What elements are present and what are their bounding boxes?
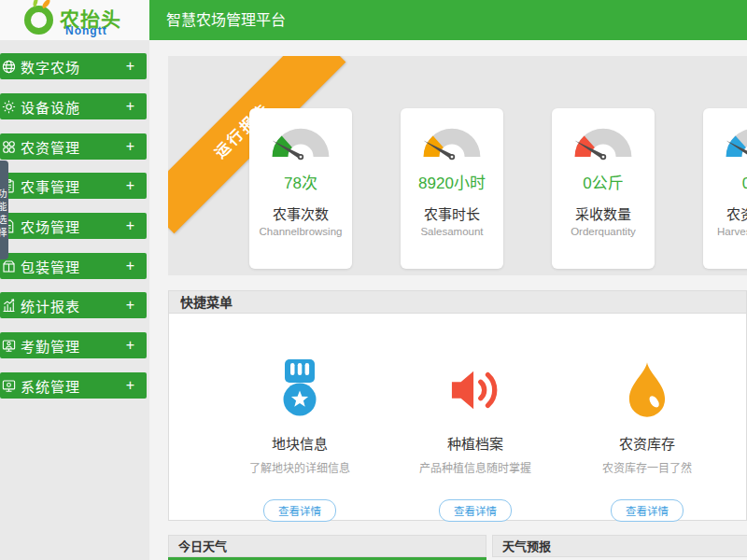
view-details-button[interactable]: 查看详情 xyxy=(263,499,336,522)
expand-plus-icon: + xyxy=(126,58,134,75)
globe-icon xyxy=(1,59,17,75)
quick-item-description: 了解地块的详细信息 xyxy=(225,459,374,475)
logo[interactable]: 农抬头 Nongtt xyxy=(0,0,149,40)
gauge-card-harvest-quantity: 0公斤 采收数量 Orderquantity xyxy=(552,108,655,269)
weather-forecast-panel: 天气预报 xyxy=(492,535,747,557)
gauge-sublabel: Channelbrowsing xyxy=(249,226,352,237)
expand-plus-icon: + xyxy=(126,258,134,274)
sidebar-item-agri-materials[interactable]: 农资管理 + xyxy=(0,133,147,160)
quick-menu-title: 快捷菜单 xyxy=(169,291,746,314)
today-weather-panel: 今日天气 xyxy=(168,535,486,560)
gauge-value: 0公斤 xyxy=(552,170,655,193)
expand-plus-icon: + xyxy=(126,217,134,234)
sidebar-item-label: 包装管理 xyxy=(21,257,80,276)
expand-plus-icon: + xyxy=(126,177,134,194)
sidebar-item-packaging[interactable]: 包装管理 + xyxy=(0,253,147,279)
view-details-button[interactable]: 查看详情 xyxy=(611,499,684,522)
expand-plus-icon: + xyxy=(126,297,134,314)
gauge-chart xyxy=(566,119,641,161)
app-title: 智慧农场管理平台 xyxy=(166,0,286,40)
quick-item-title: 地块信息 xyxy=(225,433,374,453)
quick-item-plot-info: 地块信息 了解地块的详细信息 查看详情 xyxy=(225,314,374,521)
gauge-chart xyxy=(263,119,338,161)
expand-plus-icon: + xyxy=(126,138,134,155)
gauge-chart xyxy=(717,119,747,161)
quick-item-description: 农资库存一目了然 xyxy=(572,459,722,475)
gauge-label: 农事时长 xyxy=(401,203,503,223)
gauge-label: 农资入库 xyxy=(703,203,747,223)
sidebar-item-farm[interactable]: 农场管理 + xyxy=(0,213,147,239)
quick-item-title: 种植档案 xyxy=(401,433,550,453)
expand-plus-icon: + xyxy=(126,337,134,354)
sidebar-item-attendance[interactable]: 考勤管理 + xyxy=(0,332,147,358)
today-weather-title: 今日天气 xyxy=(168,535,486,557)
sidebar-item-label: 系统管理 xyxy=(21,376,80,396)
gauge-card-farming-hours: 8920小时 农事时长 Salesamount xyxy=(401,108,503,269)
gauge-sublabel: Harvestquantity xyxy=(703,226,747,237)
gauge-sublabel: Orderquantity xyxy=(552,226,655,237)
gauge-label: 农事次数 xyxy=(249,203,352,223)
view-details-button[interactable]: 查看详情 xyxy=(439,499,512,522)
top-bar: 智慧农场管理平台 xyxy=(149,0,747,40)
sidebar-item-label: 考勤管理 xyxy=(21,336,80,356)
sidebar-item-equipment[interactable]: 设备设施 + xyxy=(0,93,147,119)
gauge-sublabel: Salesamount xyxy=(401,226,503,237)
weather-forecast-title: 天气预报 xyxy=(492,535,747,557)
sidebar-item-label: 农事管理 xyxy=(21,176,80,196)
sidebar-item-farming[interactable]: 农事管理 + xyxy=(0,173,147,199)
gear-icon xyxy=(1,99,17,115)
medal-icon xyxy=(225,351,374,429)
expand-plus-icon: + xyxy=(126,377,134,394)
quick-item-materials-stock: 农资库存 农资库存一目了然 查看详情 xyxy=(572,314,722,521)
gauge-label: 采收数量 xyxy=(552,203,655,223)
speaker-icon xyxy=(401,351,550,429)
monitor-icon xyxy=(1,378,17,394)
quick-item-description: 产品种植信息随时掌握 xyxy=(401,459,550,475)
sidebar-item-label: 农资管理 xyxy=(21,137,80,157)
operation-report-panel: 运行报告 78次 农事次数 Channelbrowsing 8920小时 农事时… xyxy=(168,56,747,275)
gauge-value: 8920小时 xyxy=(401,170,503,193)
sidebar-item-label: 农场管理 xyxy=(21,217,80,236)
gauge-value: 0次 xyxy=(703,170,747,193)
chart-icon xyxy=(1,298,17,314)
sidebar-item-label: 数字农场 xyxy=(21,57,80,77)
gauge-card-farming-count: 78次 农事次数 Channelbrowsing xyxy=(249,108,352,269)
drop-icon xyxy=(572,351,722,429)
expand-plus-icon: + xyxy=(126,98,134,115)
gauge-value: 78次 xyxy=(249,170,352,193)
box-icon xyxy=(1,259,17,274)
monitor-user-icon xyxy=(1,338,17,354)
gauge-chart xyxy=(415,119,489,161)
logo-subtitle: Nongtt xyxy=(65,24,107,37)
sidebar-item-system[interactable]: 系统管理 + xyxy=(0,372,147,399)
sidebar-item-label: 设备设施 xyxy=(21,97,80,117)
clover-icon xyxy=(1,139,17,155)
quick-item-planting-archive: 种植档案 产品种植信息随时掌握 查看详情 xyxy=(401,314,550,521)
sidebar-item-label: 统计报表 xyxy=(21,296,80,315)
quick-item-title: 农资库存 xyxy=(572,433,722,453)
sidebar-item-reports[interactable]: 统计报表 + xyxy=(0,292,147,318)
sidebar-item-digital-farm[interactable]: 数字农场 + xyxy=(0,53,147,79)
side-drawer-tab[interactable]: 功能选择 xyxy=(0,161,8,259)
smart-farm-dashboard: 农抬头 Nongtt 智慧农场管理平台 数字农场 + 设备设施 + 农资管理 +… xyxy=(0,0,747,560)
quick-menu-panel: 快捷菜单 地块信息 了解地块的详细信息 查看详情 xyxy=(168,290,747,521)
gauge-card-materials-inbound: 0次 农资入库 Harvestquantity xyxy=(703,108,747,269)
logo-ring-icon xyxy=(24,6,53,35)
